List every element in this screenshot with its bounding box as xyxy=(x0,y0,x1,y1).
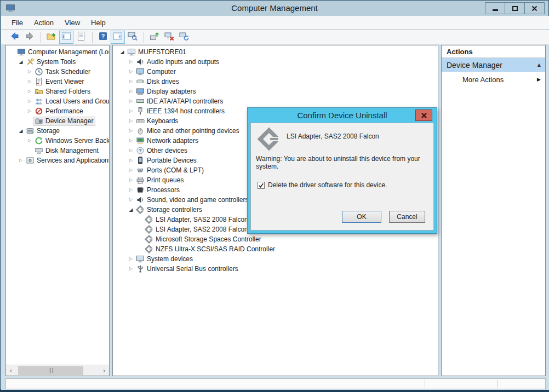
console-tree: Computer Management (Local)◢System Tools… xyxy=(6,45,109,165)
expand-arrow-icon[interactable]: ▷ xyxy=(127,136,135,146)
expand-arrow-icon[interactable]: ▷ xyxy=(26,87,33,96)
expand-arrow-icon[interactable]: ▷ xyxy=(127,106,135,116)
nav-item-local-users-and-groups[interactable]: ▷Local Users and Groups xyxy=(6,96,109,106)
ok-button[interactable]: OK xyxy=(342,211,381,223)
collapse-arrow-icon[interactable]: ◢ xyxy=(118,47,126,57)
expand-arrow-icon[interactable]: ▷ xyxy=(127,77,135,87)
device-item-disk-drives[interactable]: ▷Disk drives xyxy=(113,77,438,87)
properties-button[interactable] xyxy=(74,31,88,44)
device-item-ide-ata-atapi-controllers[interactable]: ▷IDE ATA/ATAPI controllers xyxy=(113,96,438,106)
more-actions-item[interactable]: More Actions ▶ xyxy=(442,72,545,87)
device-item-universal-serial-bus-controllers[interactable]: ▷Universal Serial Bus controllers xyxy=(113,264,438,274)
nav-item-services-and-applications[interactable]: ▷Services and Applications xyxy=(6,155,109,165)
expand-arrow-icon[interactable]: ▷ xyxy=(17,155,25,165)
device-item-muffstore01[interactable]: ◢MUFFSTORE01 xyxy=(113,47,438,57)
collapse-arrow-icon[interactable]: ◢ xyxy=(127,205,135,215)
expand-arrow-icon[interactable]: ▷ xyxy=(127,96,135,106)
tree-item-label: Mice and other pointing devices xyxy=(147,127,239,135)
collapse-arrow-icon[interactable]: ◢ xyxy=(17,126,25,136)
tree-item-label: Disk drives xyxy=(147,78,179,85)
tree-item-label: Display adapters xyxy=(147,88,196,95)
scan-search-button[interactable] xyxy=(125,31,140,44)
expand-arrow-icon[interactable]: ▷ xyxy=(127,146,135,155)
nav-item-task-scheduler[interactable]: ▷Task Scheduler xyxy=(6,67,109,77)
device-item-audio-inputs-and-outputs[interactable]: ▷Audio inputs and outputs xyxy=(113,57,438,67)
horizontal-scrollbar[interactable]: ‹ › xyxy=(6,365,109,376)
action-pane-button[interactable] xyxy=(111,31,125,44)
menu-item-view[interactable]: View xyxy=(59,18,85,28)
svg-text:?: ? xyxy=(139,148,142,153)
expand-arrow-icon[interactable]: ▷ xyxy=(26,67,33,77)
nav-item-disk-management[interactable]: Disk Management xyxy=(6,146,109,155)
expand-arrow-icon[interactable]: ▷ xyxy=(127,57,135,67)
scroll-right-button[interactable]: › xyxy=(99,366,109,376)
device-item-microsoft-storage-spaces-controller[interactable]: Microsoft Storage Spaces Controller xyxy=(113,234,438,244)
toolbar-separator xyxy=(92,32,93,43)
scan-hardware-button[interactable] xyxy=(177,31,191,44)
device-item-display-adapters[interactable]: ▷Display adapters xyxy=(113,87,438,96)
nav-item-event-viewer[interactable]: ▷Event Viewer xyxy=(6,77,109,87)
expand-arrow-icon[interactable]: ▷ xyxy=(127,195,135,205)
ports-icon xyxy=(136,166,145,175)
display-adapter-icon xyxy=(136,87,145,96)
nav-item-storage[interactable]: ◢Storage xyxy=(6,126,109,136)
delete-driver-checkbox[interactable] xyxy=(258,182,265,189)
back-button[interactable] xyxy=(8,31,22,44)
tree-item-label: MUFFSTORE01 xyxy=(138,48,186,56)
expand-arrow-icon[interactable]: ▷ xyxy=(127,264,135,274)
nav-item-windows-server-backup[interactable]: ▷Windows Server Backup xyxy=(6,136,109,146)
maximize-button[interactable] xyxy=(505,2,525,14)
expand-arrow-icon[interactable]: ▷ xyxy=(127,87,135,96)
tree-item-label: Services and Applications xyxy=(37,157,110,164)
expand-arrow-icon[interactable]: ▷ xyxy=(26,136,33,146)
expand-arrow-icon[interactable]: ▷ xyxy=(26,96,33,106)
task-scheduler-icon xyxy=(35,67,43,76)
nav-item-device-manager[interactable]: Device Manager xyxy=(6,116,109,126)
collapse-arrow-icon[interactable]: ◢ xyxy=(17,57,25,67)
device-item-computer[interactable]: ▷Computer xyxy=(113,67,438,77)
dialog-close-button[interactable] xyxy=(415,109,432,121)
expand-arrow-icon[interactable]: ▷ xyxy=(127,254,135,264)
tree-item-label: Portable Devices xyxy=(147,157,197,164)
menu-item-action[interactable]: Action xyxy=(28,18,59,28)
folder-up-button[interactable] xyxy=(44,31,59,44)
collapse-chevron-icon[interactable]: ▲ xyxy=(537,62,541,67)
other-device-icon: ? xyxy=(136,146,145,155)
expand-arrow-icon[interactable]: ▷ xyxy=(127,175,135,185)
expand-arrow-icon[interactable]: ▷ xyxy=(127,67,135,77)
dialog-title-bar[interactable]: Confirm Device Uninstall xyxy=(248,108,437,123)
expand-arrow-icon[interactable]: ▷ xyxy=(127,116,135,126)
help-button[interactable]: ? xyxy=(96,31,110,44)
menu-item-help[interactable]: Help xyxy=(85,18,111,28)
scrollbar-track[interactable] xyxy=(16,366,99,376)
nav-item-computer-management-local[interactable]: Computer Management (Local) xyxy=(6,47,109,57)
expand-arrow-icon[interactable]: ▷ xyxy=(127,126,135,136)
storage-controller-icon xyxy=(136,205,145,214)
expand-arrow-icon[interactable]: ▷ xyxy=(26,77,33,87)
update-driver-button[interactable] xyxy=(147,31,162,44)
status-bar xyxy=(5,378,546,389)
minimize-button[interactable] xyxy=(485,2,505,14)
scroll-left-button[interactable]: ‹ xyxy=(6,366,16,376)
nav-item-system-tools[interactable]: ◢System Tools xyxy=(6,57,109,67)
actions-section-device-manager[interactable]: Device Manager ▲ xyxy=(442,58,545,72)
tree-item-label: IEEE 1394 host controllers xyxy=(147,107,225,115)
title-bar[interactable]: Computer Management xyxy=(1,1,548,16)
device-item-system-devices[interactable]: ▷System devices xyxy=(113,254,438,264)
expand-arrow-icon[interactable]: ▷ xyxy=(26,106,33,116)
expand-arrow-icon[interactable]: ▷ xyxy=(127,185,135,195)
device-item-nzfs-ultra-x-scsi-sas-raid-controller[interactable]: NZFS Ultra-X SCSI/SAS RAID Controller xyxy=(113,244,438,254)
actions-header: Actions xyxy=(442,45,545,58)
uninstall-device-button[interactable] xyxy=(162,31,176,44)
forward-button[interactable] xyxy=(22,31,37,44)
nav-item-performance[interactable]: ▷Performance xyxy=(6,106,109,116)
nav-item-shared-folders[interactable]: ▷Shared Folders xyxy=(6,87,109,96)
expand-arrow-icon[interactable]: ▷ xyxy=(127,155,135,165)
console-tree-button[interactable] xyxy=(59,31,73,44)
close-button[interactable] xyxy=(524,2,545,14)
scrollbar-thumb[interactable] xyxy=(18,366,83,375)
cancel-button[interactable]: Cancel xyxy=(389,211,425,223)
tree-item-label: Disk Management xyxy=(45,147,99,154)
menu-item-file[interactable]: File xyxy=(6,18,28,28)
expand-arrow-icon[interactable]: ▷ xyxy=(127,165,135,175)
